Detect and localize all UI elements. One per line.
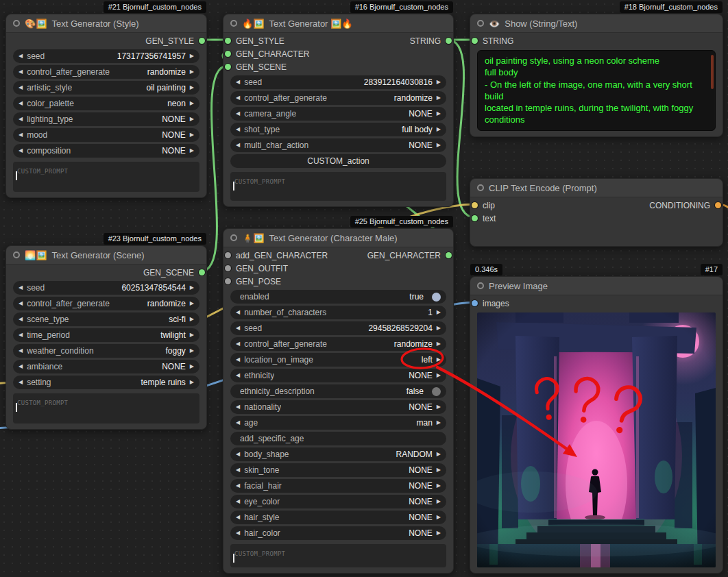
output-slot-GEN_CHARACTER[interactable] xyxy=(446,252,452,258)
increment-arrow-icon[interactable]: ▶ xyxy=(190,101,194,106)
collapse-dot-icon[interactable] xyxy=(477,20,484,27)
toggle-knob-icon[interactable] xyxy=(432,387,441,396)
widget-hair_color[interactable]: ◀hair_colorNONE▶ xyxy=(230,526,446,540)
node-title-bar[interactable]: Preview Image xyxy=(470,277,723,295)
widget-composition[interactable]: ◀compositionNONE▶ xyxy=(13,144,199,158)
collapse-dot-icon[interactable] xyxy=(230,20,237,27)
input-slot-GEN_CHARACTER[interactable] xyxy=(225,51,231,57)
widget-hair_style[interactable]: ◀hair_styleNONE▶ xyxy=(230,511,446,524)
decrement-arrow-icon[interactable]: ◀ xyxy=(236,357,240,363)
increment-arrow-icon[interactable]: ▶ xyxy=(190,116,194,122)
increment-arrow-icon[interactable]: ▶ xyxy=(190,285,194,291)
increment-arrow-icon[interactable]: ▶ xyxy=(437,127,441,132)
decrement-arrow-icon[interactable]: ◀ xyxy=(236,79,240,85)
node-title-bar[interactable]: 🧍🖼️ Text Generator (Character Male) xyxy=(223,229,453,247)
increment-arrow-icon[interactable]: ▶ xyxy=(190,132,194,138)
increment-arrow-icon[interactable]: ▶ xyxy=(437,404,441,410)
input-slot-images[interactable] xyxy=(472,300,478,306)
show-text-output[interactable]: oil painting style, using a neon color s… xyxy=(477,50,716,131)
increment-arrow-icon[interactable]: ▶ xyxy=(190,148,194,154)
widget-CUSTOM_action[interactable]: CUSTOM_action xyxy=(230,154,446,168)
preview-image[interactable] xyxy=(477,312,716,567)
increment-arrow-icon[interactable]: ▶ xyxy=(437,530,441,536)
input-slot-add_GEN_CHARACTER[interactable] xyxy=(225,252,231,258)
widget-control_after_generate[interactable]: ◀control_after_generaterandomize▶ xyxy=(13,65,199,79)
decrement-arrow-icon[interactable]: ◀ xyxy=(236,127,240,132)
increment-arrow-icon[interactable]: ▶ xyxy=(437,310,441,315)
widget-seed[interactable]: ◀seed173177356741957▶ xyxy=(13,49,199,63)
increment-arrow-icon[interactable]: ▶ xyxy=(437,483,441,489)
widget-color_palette[interactable]: ◀color_paletteneon▶ xyxy=(13,97,199,110)
input-slot-GEN_POSE[interactable] xyxy=(225,278,231,284)
widget-shot_type[interactable]: ◀shot_typefull body▶ xyxy=(230,123,446,136)
increment-arrow-icon[interactable]: ▶ xyxy=(437,143,441,148)
widget-skin_tone[interactable]: ◀skin_toneNONE▶ xyxy=(230,463,446,477)
increment-arrow-icon[interactable]: ▶ xyxy=(190,317,194,322)
decrement-arrow-icon[interactable]: ◀ xyxy=(19,101,23,106)
increment-arrow-icon[interactable]: ▶ xyxy=(437,515,441,520)
decrement-arrow-icon[interactable]: ◀ xyxy=(19,85,23,90)
decrement-arrow-icon[interactable]: ◀ xyxy=(19,53,23,59)
decrement-arrow-icon[interactable]: ◀ xyxy=(19,364,23,369)
output-slot-STRING[interactable] xyxy=(446,38,452,44)
decrement-arrow-icon[interactable]: ◀ xyxy=(19,116,23,122)
output-slot-GEN_STYLE[interactable] xyxy=(199,38,205,44)
node-preview-image[interactable]: 0.346s #17 Preview Image images xyxy=(470,276,723,574)
custom-prompt-textarea[interactable]: CUSTOM_PROMPT xyxy=(13,393,199,423)
node-text-generator-style[interactable]: #21 Bjornulf_custom_nodes 🎨🖼️ Text Gener… xyxy=(5,14,207,198)
increment-arrow-icon[interactable]: ▶ xyxy=(437,467,441,473)
decrement-arrow-icon[interactable]: ◀ xyxy=(19,332,23,338)
decrement-arrow-icon[interactable]: ◀ xyxy=(236,467,240,473)
widget-add_specific_age[interactable]: add_specific_age xyxy=(230,432,446,445)
custom-prompt-textarea[interactable]: CUSTOM_PROMPT xyxy=(13,162,199,192)
node-title-bar[interactable]: 👁️ Show (String/Text) xyxy=(470,14,723,33)
widget-nationality[interactable]: ◀nationalityNONE▶ xyxy=(230,400,446,414)
node-title-bar[interactable]: 🔥🖼️ Text Generator 🖼️🔥 xyxy=(223,14,453,33)
increment-arrow-icon[interactable]: ▶ xyxy=(190,332,194,338)
node-text-generator[interactable]: #16 Bjornulf_custom_nodes 🔥🖼️ Text Gener… xyxy=(223,14,454,207)
decrement-arrow-icon[interactable]: ◀ xyxy=(19,132,23,138)
increment-arrow-icon[interactable]: ▶ xyxy=(437,373,441,378)
increment-arrow-icon[interactable]: ▶ xyxy=(190,53,194,59)
output-slot-CONDITIONING[interactable] xyxy=(715,202,721,208)
node-title-bar[interactable]: 🌅🖼️ Text Generator (Scene) xyxy=(6,246,206,265)
widget-camera_angle[interactable]: ◀camera_angleNONE▶ xyxy=(230,107,446,121)
widget-body_shape[interactable]: ◀body_shapeRANDOM▶ xyxy=(230,447,446,461)
node-graph-canvas[interactable]: #21 Bjornulf_custom_nodes 🎨🖼️ Text Gener… xyxy=(0,0,728,577)
input-slot-STRING[interactable] xyxy=(472,38,478,44)
increment-arrow-icon[interactable]: ▶ xyxy=(437,111,441,116)
decrement-arrow-icon[interactable]: ◀ xyxy=(19,380,23,385)
widget-control_after_generate[interactable]: ◀control_after_generaterandomize▶ xyxy=(230,337,446,351)
increment-arrow-icon[interactable]: ▶ xyxy=(437,326,441,331)
increment-arrow-icon[interactable]: ▶ xyxy=(437,79,441,85)
input-slot-GEN_SCENE[interactable] xyxy=(225,64,231,70)
decrement-arrow-icon[interactable]: ◀ xyxy=(236,404,240,410)
widget-setting[interactable]: ◀settingtemple ruins▶ xyxy=(13,376,199,389)
widget-location_on_image[interactable]: ◀location_on_imageleft▶ xyxy=(230,353,446,367)
decrement-arrow-icon[interactable]: ◀ xyxy=(236,499,240,504)
increment-arrow-icon[interactable]: ▶ xyxy=(437,341,441,347)
widget-enabled[interactable]: enabledtrue xyxy=(230,290,446,304)
increment-arrow-icon[interactable]: ▶ xyxy=(437,95,441,101)
increment-arrow-icon[interactable]: ▶ xyxy=(437,357,441,363)
input-slot-text[interactable] xyxy=(472,215,478,221)
decrement-arrow-icon[interactable]: ◀ xyxy=(236,310,240,315)
collapse-dot-icon[interactable] xyxy=(477,184,484,191)
decrement-arrow-icon[interactable]: ◀ xyxy=(236,483,240,489)
widget-seed[interactable]: ◀seed283912164030816▶ xyxy=(230,75,446,89)
collapse-dot-icon[interactable] xyxy=(13,251,20,258)
increment-arrow-icon[interactable]: ▶ xyxy=(190,380,194,385)
increment-arrow-icon[interactable]: ▶ xyxy=(190,348,194,354)
widget-facial_hair[interactable]: ◀facial_hairNONE▶ xyxy=(230,479,446,493)
widget-control_after_generate[interactable]: ◀control_after_generaterandomize▶ xyxy=(13,297,199,310)
decrement-arrow-icon[interactable]: ◀ xyxy=(236,420,240,426)
input-slot-clip[interactable] xyxy=(472,202,478,208)
increment-arrow-icon[interactable]: ▶ xyxy=(190,301,194,306)
node-title-bar[interactable]: 🎨🖼️ Text Generator (Style) xyxy=(6,14,206,33)
widget-multi_char_action[interactable]: ◀multi_char_actionNONE▶ xyxy=(230,138,446,152)
widget-weather_condition[interactable]: ◀weather_conditionfoggy▶ xyxy=(13,344,199,358)
widget-lighting_type[interactable]: ◀lighting_typeNONE▶ xyxy=(13,112,199,126)
widget-time_period[interactable]: ◀time_periodtwilight▶ xyxy=(13,328,199,342)
input-slot-GEN_OUTFIT[interactable] xyxy=(225,265,231,271)
widget-seed[interactable]: ◀seed29458268529204▶ xyxy=(230,321,446,335)
